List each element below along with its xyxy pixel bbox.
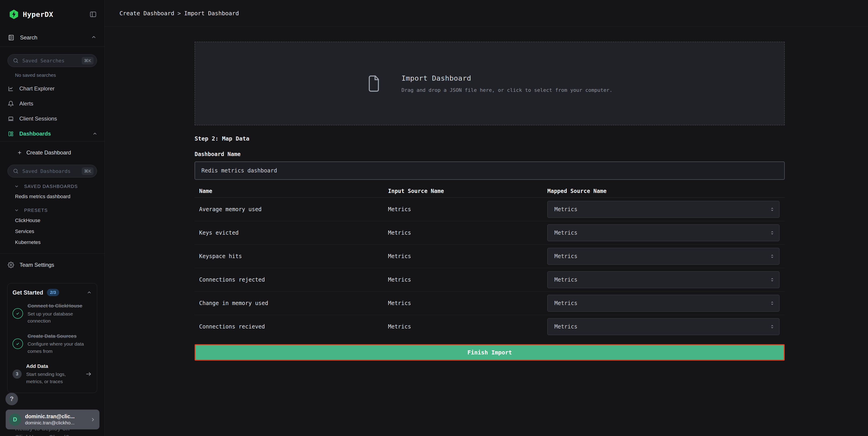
saved-searches-search[interactable]: ⌘K — [7, 54, 97, 67]
user-email: dominic.tran@clickho... — [25, 420, 75, 426]
selected-value: Metrics — [554, 277, 578, 283]
table-row: Average memory used Metrics Metrics — [194, 198, 785, 221]
dashboard-item-label: Redis metrics dashboard — [15, 194, 70, 200]
step-title: Connect to ClickHouse — [28, 302, 92, 309]
finish-import-button[interactable]: Finish Import — [194, 344, 785, 360]
laptop-icon — [8, 116, 14, 122]
selected-value: Metrics — [554, 323, 578, 330]
preset-item-clickhouse[interactable]: ClickHouse — [0, 215, 104, 226]
dashboard-item-redis-metrics[interactable]: Redis metrics dashboard — [0, 191, 104, 202]
collapse-sidebar-icon — [89, 10, 97, 18]
column-header-mapped-source: Mapped Source Name — [547, 188, 785, 194]
gear-icon — [8, 262, 14, 268]
group-label: SAVED DASHBOARDS — [24, 184, 78, 189]
row-name: Connections recieved — [194, 323, 388, 330]
breadcrumb-create-dashboard[interactable]: Create Dashboard — [120, 10, 174, 17]
selected-value: Metrics — [554, 253, 578, 259]
table-row: Keys evicted Metrics Metrics — [194, 221, 785, 245]
mapped-source-select[interactable]: Metrics — [547, 201, 779, 218]
preset-item-kubernetes[interactable]: Kubernetes — [0, 237, 104, 248]
sidebar-item-team-settings[interactable]: Team Settings — [0, 254, 104, 276]
get-started-step-add-data[interactable]: 3 Add Data Start sending logs, metrics, … — [12, 359, 92, 389]
chevron-up-icon — [91, 34, 97, 41]
file-icon — [367, 75, 381, 93]
search-panel-icon — [8, 34, 14, 41]
saved-dashboards-group-header[interactable]: SAVED DASHBOARDS — [0, 181, 104, 191]
nav-label: Dashboards — [19, 130, 51, 137]
row-name: Average memory used — [194, 206, 388, 212]
preset-item-label: ClickHouse — [15, 217, 40, 224]
column-header-name: Name — [194, 188, 388, 194]
select-chevrons-icon — [770, 230, 775, 235]
search-section-label: Search — [20, 34, 37, 41]
row-input-source: Metrics — [388, 253, 547, 259]
chevron-up-icon — [87, 290, 92, 295]
plus-icon — [17, 150, 22, 155]
saved-searches-input[interactable] — [22, 58, 82, 64]
sidebar-item-chart-explorer[interactable]: Chart Explorer — [0, 81, 104, 96]
app-title: HyperDX — [23, 10, 53, 19]
get-started-step-connect[interactable]: Connect to ClickHouse Set up your databa… — [12, 298, 92, 329]
dropzone-subtitle: Drag and drop a JSON file here, or click… — [401, 87, 613, 93]
select-chevrons-icon — [770, 324, 775, 329]
mapped-source-select[interactable]: Metrics — [547, 224, 779, 241]
app-screen: HyperDX Search ⌘K No saved searches Cha — [0, 0, 868, 436]
step-description: Start sending logs, metrics, or traces — [26, 371, 81, 385]
nav-label: Chart Explorer — [19, 85, 55, 92]
selected-value: Metrics — [554, 230, 578, 236]
check-circle-icon — [12, 339, 23, 349]
sidebar-nav: Chart Explorer Alerts Client Sessions Da… — [0, 81, 104, 141]
search-icon — [13, 168, 19, 174]
import-dropzone[interactable]: Import Dashboard Drag and drop a JSON fi… — [194, 42, 785, 125]
user-menu[interactable]: D dominic.tran@clic... dominic.tran@clic… — [6, 410, 99, 429]
get-started-card: Get Started 2/3 Connect to ClickHouse Se… — [7, 283, 97, 393]
nav-label: Client Sessions — [19, 116, 57, 122]
select-chevrons-icon — [770, 207, 775, 212]
breadcrumb: Create Dashboard > Import Dashboard — [120, 10, 239, 17]
mapped-source-select[interactable]: Metrics — [547, 248, 779, 265]
mapped-source-select[interactable]: Metrics — [547, 295, 779, 312]
group-label: PRESETS — [24, 208, 48, 213]
create-dashboard-button[interactable]: Create Dashboard — [0, 142, 104, 164]
keyboard-shortcut-badge: ⌘K — [82, 168, 94, 175]
dashboard-name-input[interactable] — [194, 162, 785, 180]
sidebar: HyperDX Search ⌘K No saved searches Cha — [0, 0, 105, 436]
table-header-row: Name Input Source Name Mapped Source Nam… — [194, 185, 785, 198]
row-input-source: Metrics — [388, 230, 547, 236]
get-started-title: Get Started — [12, 289, 43, 296]
get-started-header[interactable]: Get Started 2/3 — [12, 288, 92, 298]
sidebar-item-alerts[interactable]: Alerts — [0, 96, 104, 111]
select-chevrons-icon — [770, 254, 775, 259]
sidebar-item-dashboards[interactable]: Dashboards — [0, 126, 104, 141]
table-row: Connections recieved Metrics Metrics — [194, 315, 785, 338]
user-display-name: dominic.tran@clic... — [25, 413, 75, 419]
table-row: Change in memory used Metrics Metrics — [194, 292, 785, 315]
hyperdx-logo-icon — [9, 9, 19, 20]
step-description: Configure where your data comes from — [28, 340, 92, 355]
dropzone-title: Import Dashboard — [401, 74, 613, 82]
row-input-source: Metrics — [388, 277, 547, 283]
presets-group-header[interactable]: PRESETS — [0, 205, 104, 215]
create-dashboard-label: Create Dashboard — [26, 149, 71, 156]
preset-item-label: Services — [15, 229, 34, 234]
sidebar-collapse-button[interactable] — [89, 10, 98, 19]
chevron-down-icon — [14, 184, 19, 189]
check-circle-icon — [12, 308, 23, 319]
sidebar-item-client-sessions[interactable]: Client Sessions — [0, 111, 104, 126]
arrow-right-icon — [85, 371, 92, 377]
get-started-step-sources[interactable]: Create Data Sources Configure where your… — [12, 329, 92, 359]
mapped-source-select[interactable]: Metrics — [547, 318, 779, 335]
chevron-up-icon — [92, 131, 98, 137]
preset-item-services[interactable]: Services — [0, 226, 104, 237]
search-section-header[interactable]: Search — [0, 28, 104, 47]
mapped-source-select[interactable]: Metrics — [547, 271, 779, 288]
row-input-source: Metrics — [388, 323, 547, 330]
mapping-table: Name Input Source Name Mapped Source Nam… — [194, 185, 785, 338]
avatar: D — [9, 413, 21, 426]
step-title: Create Data Sources — [28, 333, 92, 340]
preset-item-label: Kubernetes — [15, 239, 41, 245]
help-button[interactable]: ? — [5, 393, 18, 405]
saved-dashboards-search[interactable]: ⌘K — [7, 165, 97, 177]
saved-dashboards-input[interactable] — [22, 168, 82, 174]
row-name: Change in memory used — [194, 300, 388, 307]
